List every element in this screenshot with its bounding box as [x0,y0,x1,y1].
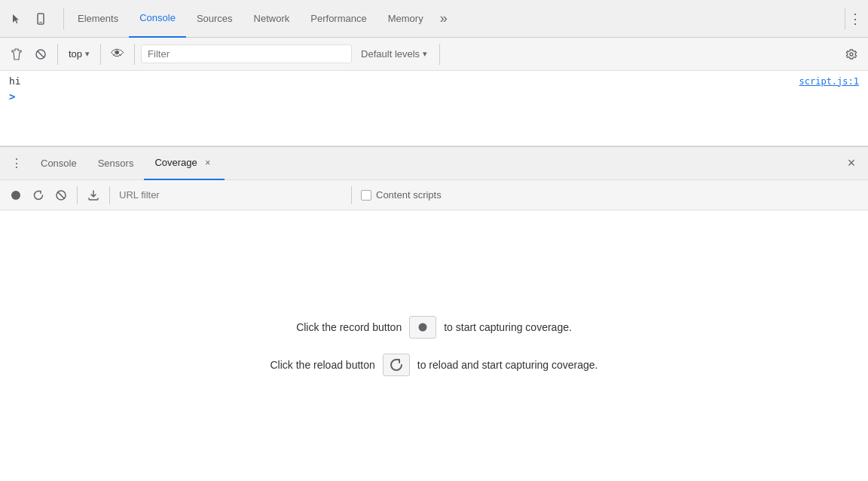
bottom-panel-menu-icon[interactable]: ⋮ [6,153,27,174]
tab-divider-2 [845,8,845,29]
tab-divider-1 [63,8,64,29]
content-scripts-checkbox[interactable] [361,190,371,201]
mobile-icon[interactable] [30,8,51,29]
record-button[interactable] [6,185,26,205]
coverage-divider-1 [77,186,78,204]
svg-rect-1 [39,22,42,23]
top-tab-bar: Elements Console Sources Network Perform… [0,0,868,38]
svg-point-8 [419,323,427,331]
svg-point-5 [11,191,20,200]
more-tabs-icon[interactable]: » [434,11,454,26]
log-levels-button[interactable]: Default levels ▾ [355,45,433,63]
console-prompt-line: > [0,88,868,105]
coverage-divider-2 [109,186,110,204]
bottom-tab-coverage[interactable]: Coverage × [144,147,224,180]
toolbar-divider-1 [57,44,58,65]
tab-memory[interactable]: Memory [377,0,434,38]
coverage-hint-1: Click the record button to start capturi… [296,316,572,339]
close-coverage-tab-icon[interactable]: × [202,157,214,169]
cursor-icon[interactable] [6,8,27,29]
console-spacer2 [0,121,868,138]
export-coverage-icon[interactable] [84,185,103,205]
console-section: top ▾ 👁 Default levels ▾ hi [0,38,868,147]
tab-performance[interactable]: Performance [300,0,377,38]
toolbar-divider-4 [439,44,440,65]
context-selector[interactable]: top ▾ [64,45,94,63]
tab-console[interactable]: Console [129,0,186,38]
inline-reload-icon [383,354,410,376]
coverage-divider-3 [351,186,352,204]
toolbar-divider-3 [134,44,135,65]
eye-icon[interactable]: 👁 [107,44,128,65]
filter-input[interactable] [141,44,352,63]
tab-network[interactable]: Network [243,0,301,38]
bottom-section: ⋮ Console Sensors Coverage × × [0,147,868,481]
coverage-hint-2: Click the reload button to reload and st… [270,354,598,376]
coverage-content: Click the record button to start capturi… [0,210,868,481]
svg-line-7 [58,191,65,198]
clear-console-icon[interactable] [6,44,27,65]
bottom-tab-bar: ⋮ Console Sensors Coverage × × [0,147,868,180]
content-scripts-label[interactable]: Content scripts [361,189,442,201]
settings-icon[interactable] [841,44,862,65]
devtools-icons [6,8,51,29]
console-spacer [0,105,868,121]
coverage-toolbar: Content scripts [0,180,868,210]
main-area: top ▾ 👁 Default levels ▾ hi [0,38,868,481]
tab-elements[interactable]: Elements [67,0,129,38]
inline-record-icon [409,316,436,339]
console-hi-row: hi script.js:1 [0,74,868,88]
svg-line-4 [38,51,44,57]
clear-coverage-icon[interactable] [51,185,71,205]
url-filter-input[interactable] [116,186,342,204]
console-output: hi script.js:1 > [0,71,868,146]
toolbar-divider-2 [100,44,101,65]
bottom-tab-sensors[interactable]: Sensors [87,147,145,180]
close-bottom-panel-button[interactable]: × [841,153,862,174]
reload-button[interactable] [29,185,48,205]
tab-sources[interactable]: Sources [186,0,243,38]
devtools-menu-icon[interactable]: ⋮ [848,11,862,27]
console-toolbar: top ▾ 👁 Default levels ▾ [0,38,868,71]
bottom-tab-console[interactable]: Console [30,147,87,180]
svg-marker-2 [12,49,21,60]
stop-icon[interactable] [30,44,51,65]
